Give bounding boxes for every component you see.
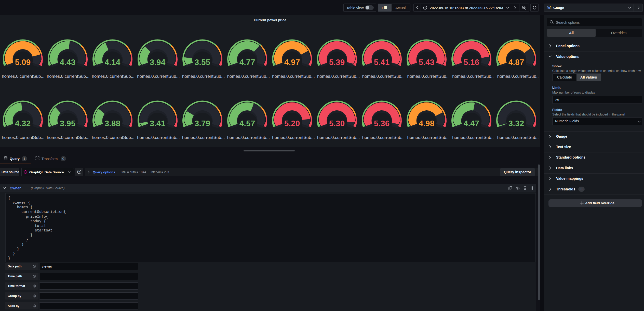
svg-text:5.30: 5.30 [329, 119, 345, 128]
svg-text:4.47: 4.47 [464, 119, 479, 128]
svg-text:homes.0.currentSub...: homes.0.currentSub... [272, 74, 315, 79]
svg-text:homes.0.currentSub...: homes.0.currentSub... [92, 135, 135, 140]
svg-text:3.32: 3.32 [508, 119, 524, 128]
svg-text:homes.0.currentSub...: homes.0.currentSub... [407, 135, 449, 140]
svg-text:5.39: 5.39 [329, 58, 345, 67]
svg-text:homes.0.currentSub...: homes.0.currentSub... [2, 135, 44, 140]
svg-text:3.95: 3.95 [60, 119, 75, 128]
svg-text:homes.0.currentSub...: homes.0.currentSub... [227, 135, 270, 140]
svg-text:homes.0.currentSub...: homes.0.currentSub... [317, 74, 359, 79]
svg-text:homes.0.currentSub...: homes.0.currentSub... [407, 74, 449, 79]
svg-text:3.94: 3.94 [150, 58, 165, 67]
svg-text:homes.0.currentSub...: homes.0.currentSub... [227, 74, 270, 79]
svg-text:homes.0.currentSub...: homes.0.currentSub... [497, 135, 539, 140]
svg-text:4.14: 4.14 [105, 58, 120, 67]
svg-text:homes.0.currentSub...: homes.0.currentSub... [47, 135, 89, 140]
svg-text:homes.0.currentSub...: homes.0.currentSub... [362, 135, 404, 140]
svg-text:homes.0.currentSub...: homes.0.currentSub... [182, 74, 225, 79]
svg-text:3.79: 3.79 [194, 119, 210, 128]
svg-text:?: ? [78, 170, 80, 173]
svg-text:homes.0.currentSub...: homes.0.currentSub... [497, 74, 539, 79]
svg-text:3.55: 3.55 [194, 58, 210, 67]
svg-text:4.87: 4.87 [508, 58, 524, 67]
svg-text:70: 70 [548, 7, 550, 9]
svg-text:homes.0.currentSub...: homes.0.currentSub... [362, 74, 404, 79]
svg-text:4.77: 4.77 [239, 58, 255, 67]
svg-text:4.32: 4.32 [15, 119, 31, 128]
svg-text:5.20: 5.20 [284, 119, 300, 128]
svg-text:5.43: 5.43 [419, 58, 434, 67]
svg-text:homes.0.currentSub...: homes.0.currentSub... [92, 74, 135, 79]
svg-text:homes.0.currentSub...: homes.0.currentSub... [452, 74, 494, 79]
svg-text:homes.0.currentSub...: homes.0.currentSub... [47, 74, 89, 79]
svg-text:homes.0.currentSub...: homes.0.currentSub... [182, 135, 225, 140]
svg-text:5.09: 5.09 [15, 58, 31, 67]
svg-text:5.16: 5.16 [464, 58, 479, 67]
svg-text:homes.0.currentSub...: homes.0.currentSub... [452, 135, 494, 140]
svg-text:homes.0.currentSub...: homes.0.currentSub... [272, 135, 315, 140]
svg-text:homes.0.currentSub...: homes.0.currentSub... [137, 74, 180, 79]
svg-text:4.57: 4.57 [239, 119, 255, 128]
svg-text:4.98: 4.98 [419, 119, 434, 128]
svg-text:homes.0.currentSub...: homes.0.currentSub... [2, 74, 44, 79]
svg-text:3.41: 3.41 [150, 119, 165, 128]
svg-text:homes.0.currentSub...: homes.0.currentSub... [317, 135, 359, 140]
svg-text:3.88: 3.88 [105, 119, 120, 128]
svg-text:5.41: 5.41 [374, 58, 390, 67]
svg-text:4.43: 4.43 [60, 58, 75, 67]
svg-text:5.36: 5.36 [374, 119, 390, 128]
svg-text:homes.0.currentSub...: homes.0.currentSub... [137, 135, 180, 140]
svg-text:4.97: 4.97 [284, 58, 300, 67]
